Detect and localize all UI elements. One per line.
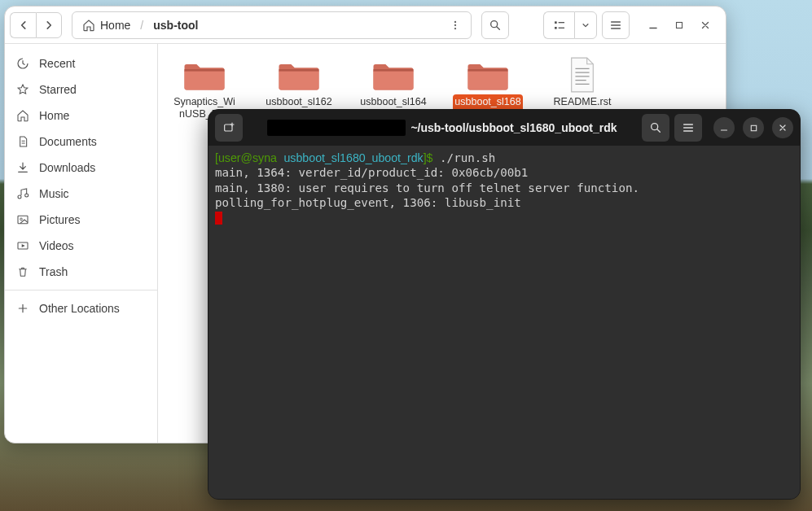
minimize-icon xyxy=(719,123,729,133)
terminal-maximize-button[interactable] xyxy=(743,117,764,138)
terminal-window-controls xyxy=(713,117,793,138)
sidebar-item-label: Downloads xyxy=(39,161,95,174)
svg-rect-19 xyxy=(751,125,756,130)
minimize-icon xyxy=(647,20,659,31)
sidebar-item-home[interactable]: Home xyxy=(5,103,157,129)
sidebar-item-videos[interactable]: Videos xyxy=(5,233,157,259)
svg-rect-13 xyxy=(185,69,225,72)
sidebar-item-label: Starred xyxy=(39,83,77,96)
sidebar-item-starred[interactable]: Starred xyxy=(5,76,157,103)
maximize-icon xyxy=(674,20,684,30)
sidebar-item-pictures[interactable]: Pictures xyxy=(5,207,157,233)
svg-point-18 xyxy=(652,124,658,130)
chevron-down-icon xyxy=(582,21,590,29)
path-bar[interactable]: Home / usb-tool xyxy=(72,11,472,39)
close-icon xyxy=(778,123,788,133)
svg-point-11 xyxy=(20,218,23,221)
trash-icon xyxy=(16,265,29,278)
terminal-close-button[interactable] xyxy=(772,117,793,138)
new-tab-button[interactable] xyxy=(215,114,243,142)
sidebar-item-label: Documents xyxy=(39,135,97,148)
chevron-left-icon xyxy=(18,20,29,31)
sidebar-item-label: Other Locations xyxy=(39,302,120,315)
list-icon xyxy=(553,19,566,32)
view-list-button[interactable] xyxy=(543,11,574,39)
back-button[interactable] xyxy=(10,12,36,38)
sidebar-item-label: Home xyxy=(39,109,69,122)
terminal-window: ~/usb-tool/usbboot_sl1680_uboot_rdk [use… xyxy=(208,109,801,500)
sidebar-item-downloads[interactable]: Downloads xyxy=(5,155,157,181)
kebab-icon xyxy=(450,20,461,31)
svg-rect-6 xyxy=(555,27,557,29)
maximize-button[interactable] xyxy=(672,18,687,33)
music-icon xyxy=(16,187,29,200)
terminal-title-redacted xyxy=(267,120,406,136)
videos-icon xyxy=(16,239,29,252)
svg-point-0 xyxy=(454,20,456,22)
breadcrumb-home-label: Home xyxy=(100,19,130,32)
close-button[interactable] xyxy=(698,18,713,33)
hamburger-icon xyxy=(682,121,695,134)
hamburger-icon xyxy=(609,19,622,32)
sidebar-item-documents[interactable]: Documents xyxy=(5,129,157,155)
home-icon xyxy=(82,19,95,32)
sidebar-item-label: Music xyxy=(39,187,69,200)
breadcrumb-home[interactable]: Home xyxy=(74,15,138,35)
pictures-icon xyxy=(16,213,29,226)
sidebar-item-trash[interactable]: Trash xyxy=(5,259,157,285)
svg-rect-16 xyxy=(468,69,508,72)
sidebar-item-other[interactable]: Other Locations xyxy=(5,295,157,321)
starred-icon xyxy=(16,83,29,96)
sidebar-item-recent[interactable]: Recent xyxy=(5,50,157,76)
sidebar: RecentStarredHomeDocumentsDownloadsMusic… xyxy=(5,44,158,443)
terminal-cursor xyxy=(215,212,222,225)
breadcrumb-current-label: usb-tool xyxy=(153,19,198,32)
chevron-right-icon xyxy=(43,20,55,31)
terminal-search-button[interactable] xyxy=(642,114,669,142)
search-icon xyxy=(649,121,662,134)
folder-icon xyxy=(175,57,234,93)
view-dropdown-button[interactable] xyxy=(574,11,597,39)
window-controls xyxy=(646,18,713,33)
folder-icon xyxy=(364,57,423,93)
svg-rect-10 xyxy=(18,216,28,223)
svg-rect-14 xyxy=(279,69,319,72)
downloads-icon xyxy=(16,161,29,174)
folder-icon xyxy=(270,57,328,93)
svg-point-3 xyxy=(491,20,498,27)
terminal-title-path: ~/usb-tool/usbboot_sl1680_uboot_rdk xyxy=(410,121,617,134)
svg-rect-15 xyxy=(374,69,414,72)
svg-rect-17 xyxy=(225,124,232,131)
search-button[interactable] xyxy=(481,11,509,39)
breadcrumb-current[interactable]: usb-tool xyxy=(145,15,206,35)
terminal-body[interactable]: [user@syna usbboot_sl1680_uboot_rdk]$ ./… xyxy=(208,146,800,499)
file-manager-titlebar: Home / usb-tool xyxy=(5,7,726,44)
svg-rect-8 xyxy=(677,22,683,28)
svg-point-1 xyxy=(454,24,456,25)
new-tab-icon xyxy=(222,121,235,134)
minimize-button[interactable] xyxy=(646,18,661,33)
recent-icon xyxy=(16,57,29,70)
text-file-icon xyxy=(553,57,612,93)
search-icon xyxy=(489,19,502,32)
hamburger-menu-button[interactable] xyxy=(602,11,630,39)
documents-icon xyxy=(16,135,29,148)
view-switcher xyxy=(543,11,597,39)
svg-point-2 xyxy=(454,27,456,28)
item-label: README.rst xyxy=(547,94,617,110)
terminal-minimize-button[interactable] xyxy=(713,117,735,138)
terminal-menu-button[interactable] xyxy=(674,114,702,142)
terminal-title: ~/usb-tool/usbboot_sl1680_uboot_rdk xyxy=(248,120,637,136)
svg-rect-7 xyxy=(558,27,564,28)
sidebar-separator xyxy=(5,290,157,290)
maximize-icon xyxy=(749,124,758,133)
file-item[interactable]: README.rst xyxy=(546,55,619,110)
svg-rect-5 xyxy=(558,22,564,23)
forward-button[interactable] xyxy=(36,12,62,38)
sidebar-item-music[interactable]: Music xyxy=(5,181,157,207)
nav-group xyxy=(10,12,62,38)
breadcrumb-separator: / xyxy=(138,19,145,32)
svg-rect-4 xyxy=(555,21,557,24)
path-menu-button[interactable] xyxy=(445,15,466,36)
sidebar-item-label: Recent xyxy=(39,57,75,70)
